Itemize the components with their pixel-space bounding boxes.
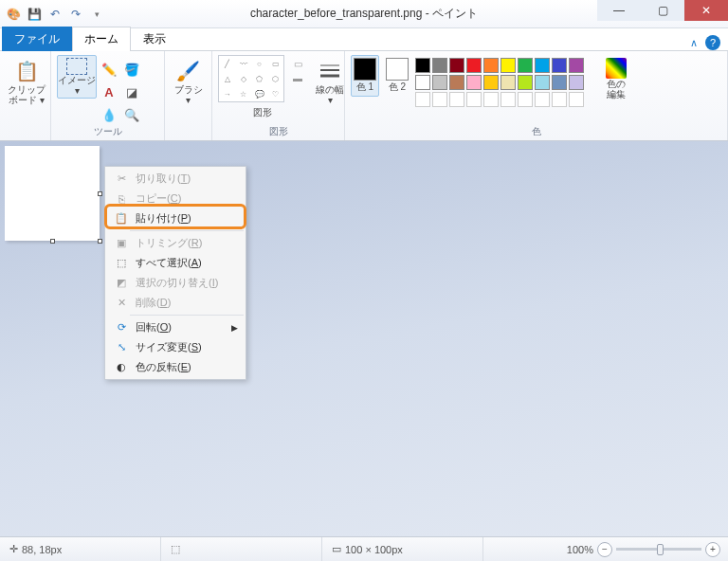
palette-custom-slot[interactable] — [569, 92, 584, 107]
zoom-slider[interactable] — [616, 548, 701, 551]
text-icon[interactable]: A — [99, 81, 119, 102]
menu-paste[interactable]: 📋貼り付け(P) — [107, 208, 244, 228]
palette-color[interactable] — [569, 75, 584, 90]
palette-color[interactable] — [518, 75, 533, 90]
save-icon[interactable]: 💾 — [25, 5, 44, 24]
palette-color[interactable] — [500, 58, 516, 73]
color2-swatch — [386, 58, 409, 81]
window-controls: — ▢ ✕ — [597, 0, 728, 21]
palette-custom-slot[interactable] — [466, 92, 482, 107]
canvas-area[interactable]: ✂切り取り(T) ⎘コピー(C) 📋貼り付け(P) ▣トリミング(R) ⬚すべて… — [0, 141, 728, 536]
palette-color[interactable] — [535, 58, 550, 73]
palette-color[interactable] — [466, 75, 482, 90]
edit-colors-icon — [606, 58, 627, 79]
trim-icon: ▣ — [113, 237, 130, 249]
palette-color[interactable] — [449, 75, 464, 90]
eraser-icon[interactable]: ◪ — [121, 81, 142, 102]
tab-home[interactable]: ホーム — [72, 27, 131, 51]
palette-color[interactable] — [432, 58, 447, 73]
close-button[interactable]: ✕ — [684, 0, 728, 21]
palette-color[interactable] — [569, 58, 584, 73]
rotate-icon: ⟳ — [113, 321, 130, 334]
color2-button[interactable]: 色 2 — [383, 55, 411, 97]
shape-outline-icon[interactable]: ▭ — [288, 57, 307, 70]
palette-custom-slot[interactable] — [552, 92, 567, 107]
tab-file[interactable]: ファイル — [2, 27, 72, 51]
help-icon[interactable]: ? — [705, 35, 720, 50]
status-bar: ✛ 88, 18px ⬚ ▭ 100 × 100px 100% − + — [0, 536, 728, 561]
zoom-in-button[interactable]: + — [705, 542, 720, 557]
color1-button[interactable]: 色 1 — [351, 55, 379, 97]
line-width-icon — [316, 58, 344, 84]
palette-color[interactable] — [415, 58, 430, 73]
tools-group-label: ツール — [51, 125, 164, 140]
line-width-button[interactable]: 線の幅 ▾ — [313, 55, 347, 108]
ribbon: 📋 クリップ ボード ▾ イメージ ▾ ✏️ 🪣 A ◪ 💧 🔍 ツール — [0, 51, 728, 141]
qat-dropdown-icon[interactable]: ▾ — [87, 5, 106, 24]
shapes-gallery[interactable]: ╱〰○▭ △◇⬠⬡ →☆💬♡ — [218, 55, 284, 102]
menu-invert-color[interactable]: ◐色の反転(E) — [107, 357, 244, 377]
zoom-level: 100% — [567, 544, 593, 555]
shapes-label: 図形 — [253, 106, 272, 119]
palette-color[interactable] — [500, 75, 516, 90]
palette-custom-slot[interactable] — [415, 92, 430, 107]
minimize-button[interactable]: — — [597, 0, 641, 21]
ribbon-tabs: ファイル ホーム 表示 ∧ ? — [0, 28, 728, 51]
resize-handle-bottom[interactable] — [50, 239, 55, 244]
palette-custom-slot[interactable] — [432, 92, 447, 107]
palette-color[interactable] — [432, 75, 447, 90]
undo-icon[interactable]: ↶ — [46, 5, 64, 24]
menu-select-all[interactable]: ⬚すべて選択(A) — [107, 253, 244, 273]
resize-handle-corner[interactable] — [98, 239, 102, 244]
status-dimensions: ▭ 100 × 100px — [322, 537, 483, 561]
status-filesize — [483, 537, 567, 561]
brush-icon: 🖌️ — [174, 58, 203, 84]
status-selection: ⬚ — [161, 537, 322, 561]
palette-color[interactable] — [466, 58, 482, 73]
palette-custom-slot[interactable] — [483, 92, 499, 107]
colors-group-label: 色 — [345, 125, 727, 140]
menu-resize[interactable]: ⤡サイズ変更(S) — [107, 337, 244, 357]
menu-invert-selection: ◩選択の切り替え(I) — [107, 273, 244, 293]
pencil-icon[interactable]: ✏️ — [99, 59, 119, 80]
resize-handle-right[interactable] — [98, 191, 102, 196]
palette-color[interactable] — [449, 58, 464, 73]
invert-sel-icon: ◩ — [113, 277, 130, 289]
edit-colors-button[interactable]: 色の 編集 — [595, 55, 637, 102]
maximize-button[interactable]: ▢ — [641, 0, 684, 21]
brushes-button[interactable]: 🖌️ ブラシ ▾ — [171, 55, 206, 108]
color-palette — [415, 58, 584, 107]
palette-custom-slot[interactable] — [500, 92, 516, 107]
palette-color[interactable] — [535, 75, 550, 90]
palette-color[interactable] — [552, 75, 567, 90]
zoom-out-button[interactable]: − — [597, 542, 612, 557]
palette-color[interactable] — [552, 58, 567, 73]
palette-custom-slot[interactable] — [535, 92, 550, 107]
paste-icon: 📋 — [113, 212, 130, 225]
clipboard-button[interactable]: 📋 クリップ ボード ▾ — [6, 55, 47, 108]
status-position: ✛ 88, 18px — [0, 537, 161, 561]
copy-icon: ⎘ — [113, 193, 130, 205]
palette-custom-slot[interactable] — [449, 92, 464, 107]
palette-color[interactable] — [518, 58, 533, 73]
menu-delete: ✕削除(D) — [107, 293, 244, 313]
magnifier-icon[interactable]: 🔍 — [121, 104, 142, 125]
color1-swatch — [354, 58, 376, 81]
fill-icon[interactable]: 🪣 — [121, 59, 142, 80]
color-picker-icon[interactable]: 💧 — [99, 104, 119, 125]
menu-rotate[interactable]: ⟳回転(O)▶ — [107, 317, 244, 337]
tab-view[interactable]: 表示 — [131, 27, 178, 51]
palette-color[interactable] — [415, 75, 430, 90]
palette-color[interactable] — [483, 58, 499, 73]
status-zoom: 100% − + — [567, 542, 728, 557]
menu-trim: ▣トリミング(R) — [107, 233, 244, 253]
delete-icon: ✕ — [113, 297, 130, 309]
image-select-button[interactable]: イメージ ▾ — [57, 55, 97, 99]
palette-custom-slot[interactable] — [518, 92, 533, 107]
canvas[interactable] — [5, 146, 100, 241]
redo-icon[interactable]: ↷ — [66, 5, 85, 24]
collapse-ribbon-icon[interactable]: ∧ — [690, 37, 698, 49]
palette-color[interactable] — [483, 75, 499, 90]
shapes-group-label: 図形 — [212, 125, 344, 140]
shape-fill-icon[interactable]: ▬ — [288, 71, 307, 84]
